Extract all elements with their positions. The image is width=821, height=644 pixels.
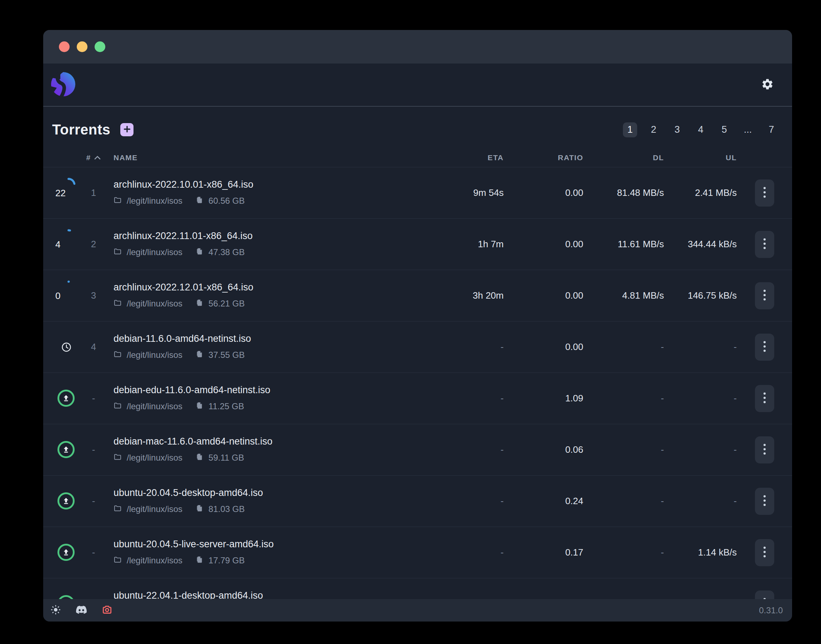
upload-speed: 344.44 kB/s xyxy=(664,239,737,250)
save-path: /legit/linux/isos xyxy=(127,350,183,360)
upload-speed: - xyxy=(664,393,737,404)
theme-toggle-button[interactable] xyxy=(50,604,61,616)
settings-button[interactable] xyxy=(761,78,774,92)
queue-position: 2 xyxy=(83,239,104,250)
pagination-page-2[interactable]: 2 xyxy=(646,123,661,137)
kebab-menu-icon xyxy=(763,495,766,508)
torrent-size: 37.55 GB xyxy=(209,350,244,360)
table-row[interactable]: 22 1 archlinux-2022.10.01-x86_64.iso /le… xyxy=(43,167,792,219)
download-progress-icon: 0 xyxy=(57,280,76,299)
minimize-window-button[interactable] xyxy=(77,41,87,52)
pagination-page-4[interactable]: 4 xyxy=(694,123,708,137)
eta-column-header[interactable]: ETA xyxy=(432,153,504,162)
ratio-column-header[interactable]: RATIO xyxy=(504,153,583,162)
gear-icon xyxy=(761,78,774,92)
torrent-size: 60.56 GB xyxy=(209,196,244,206)
queued-clock-icon xyxy=(61,342,72,354)
pagination-page-3[interactable]: 3 xyxy=(670,123,684,137)
queue-position: - xyxy=(83,495,104,507)
status-cell xyxy=(43,424,83,475)
eta-value: 3h 20m xyxy=(432,290,504,301)
row-menu-button[interactable] xyxy=(755,334,774,361)
page-header: Torrents 12345...7 xyxy=(43,107,792,149)
download-speed: 4.81 MB/s xyxy=(583,290,664,301)
torrent-name: archlinux-2022.10.01-x86_64.iso xyxy=(114,180,432,189)
ratio-value: 0.00 xyxy=(504,187,583,198)
folder-icon xyxy=(114,299,122,309)
folder-icon xyxy=(114,453,122,463)
row-menu-button[interactable] xyxy=(755,179,774,207)
upload-speed: 1.14 kB/s xyxy=(664,547,737,558)
save-path: /legit/linux/isos xyxy=(127,453,183,463)
seeding-icon xyxy=(57,544,75,561)
discord-icon xyxy=(75,605,87,616)
upload-speed: - xyxy=(664,444,737,455)
name-cell: debian-edu-11.6.0-amd64-netinst.iso /leg… xyxy=(104,385,432,412)
file-icon xyxy=(196,504,204,515)
table-row[interactable]: 4 debian-11.6.0-amd64-netinst.iso /legit… xyxy=(43,322,792,373)
eta-value: - xyxy=(432,444,504,455)
pagination-page-1[interactable]: 1 xyxy=(623,123,637,137)
ratio-value: 1.09 xyxy=(504,393,583,404)
row-menu-button[interactable] xyxy=(755,231,774,258)
number-column-header[interactable]: # xyxy=(83,153,104,162)
row-menu-button[interactable] xyxy=(755,282,774,309)
discord-link[interactable] xyxy=(75,605,87,616)
folder-icon xyxy=(114,247,122,258)
table-row[interactable]: - ubuntu-20.04.5-live-server-amd64.iso /… xyxy=(43,527,792,578)
pagination-ellipsis: ... xyxy=(741,123,755,137)
dl-column-header[interactable]: DL xyxy=(583,153,664,162)
torrent-list: 22 1 archlinux-2022.10.01-x86_64.iso /le… xyxy=(43,167,792,621)
status-cell xyxy=(43,322,83,373)
page-title: Torrents xyxy=(52,122,110,138)
torrent-size: 81.03 GB xyxy=(209,504,244,514)
table-row[interactable]: 4 2 archlinux-2022.11.01-x86_64.iso /leg… xyxy=(43,219,792,270)
row-menu-button[interactable] xyxy=(755,385,774,412)
table-row[interactable]: - debian-edu-11.6.0-amd64-netinst.iso /l… xyxy=(43,373,792,424)
porla-logo[interactable] xyxy=(51,72,75,98)
seeding-icon xyxy=(57,492,75,509)
torrent-size: 47.38 GB xyxy=(209,247,244,257)
screenshot-button[interactable] xyxy=(102,604,112,616)
save-path: /legit/linux/isos xyxy=(127,504,183,514)
ul-column-header[interactable]: UL xyxy=(664,153,737,162)
row-menu-button[interactable] xyxy=(755,488,774,515)
table-row[interactable]: 0 3 archlinux-2022.12.01-x86_64.iso /leg… xyxy=(43,270,792,322)
table-row[interactable]: - debian-mac-11.6.0-amd64-netinst.iso /l… xyxy=(43,424,792,475)
folder-icon xyxy=(114,350,122,360)
top-nav xyxy=(43,63,792,107)
table-row[interactable]: - ubuntu-20.04.5-desktop-amd64.iso /legi… xyxy=(43,475,792,527)
torrent-name: debian-edu-11.6.0-amd64-netinst.iso xyxy=(114,385,432,395)
row-menu-button[interactable] xyxy=(755,436,774,463)
torrent-size: 56.21 GB xyxy=(209,299,244,309)
download-speed: 11.61 MB/s xyxy=(583,239,664,250)
add-torrent-button[interactable] xyxy=(120,123,134,136)
zoom-window-button[interactable] xyxy=(95,41,105,52)
pagination-page-7[interactable]: 7 xyxy=(764,123,778,137)
upload-speed: - xyxy=(664,495,737,507)
name-cell: ubuntu-20.04.5-desktop-amd64.iso /legit/… xyxy=(104,488,432,515)
torrent-size: 11.25 GB xyxy=(209,402,244,411)
sort-asc-icon xyxy=(94,153,101,162)
upload-speed: 2.41 MB/s xyxy=(664,187,737,198)
download-speed: - xyxy=(583,393,664,404)
torrent-name: debian-mac-11.6.0-amd64-netinst.iso xyxy=(114,437,432,446)
name-cell: archlinux-2022.10.01-x86_64.iso /legit/l… xyxy=(104,180,432,206)
folder-icon xyxy=(114,555,122,566)
sun-icon xyxy=(50,604,61,616)
file-icon xyxy=(196,299,204,309)
eta-value: - xyxy=(432,495,504,507)
number-header-label: # xyxy=(86,153,91,162)
ratio-value: 0.06 xyxy=(504,444,583,455)
close-window-button[interactable] xyxy=(59,41,70,52)
camera-icon xyxy=(102,604,112,616)
torrent-name: ubuntu-20.04.5-desktop-amd64.iso xyxy=(114,488,432,498)
kebab-menu-icon xyxy=(763,443,766,456)
pagination: 12345...7 xyxy=(623,123,778,137)
window-titlebar xyxy=(43,30,792,63)
row-menu-button[interactable] xyxy=(755,539,774,566)
pagination-page-5[interactable]: 5 xyxy=(717,123,731,137)
eta-value: - xyxy=(432,547,504,558)
app-version: 0.31.0 xyxy=(759,606,783,615)
name-column-header[interactable]: NAME xyxy=(104,153,432,162)
